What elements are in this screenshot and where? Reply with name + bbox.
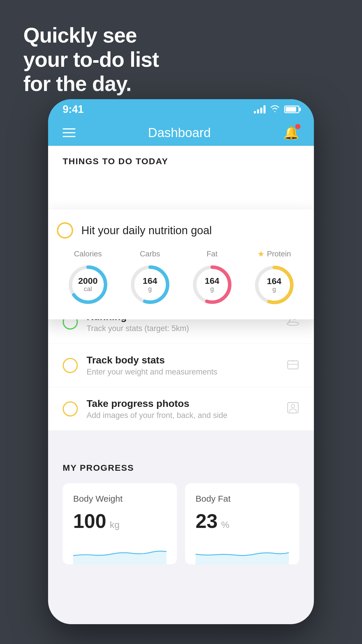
photos-title: Take progress photos (87, 398, 278, 409)
carbs-donut: 164 g (129, 263, 172, 306)
calories-value: 2000 cal (78, 276, 98, 293)
headline: Quickly see your to-do list for the day. (23, 23, 159, 96)
body-stats-title: Track body stats (87, 354, 278, 366)
scale-icon (287, 358, 299, 373)
body-stats-subtitle: Enter your weight and measurements (87, 368, 278, 377)
hamburger-menu[interactable] (63, 128, 75, 137)
nutrition-status-circle (57, 222, 73, 239)
section-header: THINGS TO DO TODAY (48, 146, 314, 172)
body-fat-number: 23 (196, 510, 218, 532)
status-time: 9:41 (63, 103, 84, 116)
nav-bar: Dashboard 🔔 (48, 120, 314, 146)
nutrition-protein: ★ Protein 164 g (253, 249, 296, 307)
section-spacer (48, 431, 314, 448)
nutrition-card: Hit your daily nutrition goal Calories (48, 209, 314, 319)
headline-line1: Quickly see (23, 23, 159, 48)
progress-title: MY PROGRESS (63, 463, 299, 473)
headline-line2: your to-do list (23, 48, 159, 72)
body-fat-value: 23 % (196, 510, 289, 532)
nutrition-card-title: Hit your daily nutrition goal (81, 224, 212, 237)
nutrition-circles: Calories 2000 cal (57, 249, 305, 307)
nutrition-fat: Fat 164 g (191, 249, 234, 306)
body-weight-card[interactable]: Body Weight 100 kg (63, 483, 177, 564)
scroll-content: THINGS TO DO TODAY Hit your daily nutrit… (48, 146, 314, 564)
progress-cards: Body Weight 100 kg Body Fat (63, 483, 299, 564)
phone-frame: 9:41 Da (48, 99, 314, 624)
body-weight-card-title: Body Weight (73, 494, 166, 504)
body-weight-value: 100 kg (73, 510, 166, 532)
fat-label: Fat (207, 249, 218, 258)
body-weight-chart (73, 541, 166, 564)
notification-dot (295, 124, 301, 129)
wifi-icon (270, 104, 280, 115)
protein-star-icon: ★ (257, 249, 265, 259)
todo-list: Running Track your stats (target: 5km) T… (48, 300, 314, 431)
svg-point-8 (287, 322, 299, 326)
status-icons (254, 104, 299, 115)
body-fat-card-title: Body Fat (196, 494, 289, 504)
body-fat-chart (196, 541, 289, 564)
protein-donut: 164 g (253, 263, 296, 307)
body-weight-unit: kg (110, 519, 120, 530)
body-stats-status-circle (63, 358, 78, 373)
headline-line3: for the day. (23, 72, 159, 96)
protein-value: 164 g (267, 277, 281, 293)
bell-icon[interactable]: 🔔 (283, 125, 299, 140)
person-icon (287, 401, 299, 417)
carbs-value: 164 g (143, 276, 157, 293)
body-weight-number: 100 (73, 510, 106, 532)
status-bar: 9:41 (48, 99, 314, 120)
fat-donut: 164 g (191, 263, 234, 306)
svg-rect-9 (288, 361, 298, 369)
body-fat-unit: % (221, 519, 229, 530)
svg-point-13 (291, 404, 295, 408)
progress-section: MY PROGRESS Body Weight 100 kg (48, 448, 314, 564)
photos-subtitle: Add images of your front, back, and side (87, 411, 278, 420)
carbs-label: Carbs (140, 249, 160, 258)
photos-text: Take progress photos Add images of your … (87, 398, 278, 420)
signal-icon (254, 105, 266, 113)
running-subtitle: Track your stats (target: 5km) (87, 324, 278, 333)
protein-label: ★ Protein (257, 249, 291, 259)
battery-icon (284, 106, 299, 113)
photos-status-circle (63, 401, 78, 416)
body-fat-card[interactable]: Body Fat 23 % (185, 483, 299, 564)
nav-title: Dashboard (148, 125, 211, 140)
nutrition-carbs: Carbs 164 g (129, 249, 172, 306)
nutrition-calories: Calories 2000 cal (66, 249, 110, 306)
todo-item-photos[interactable]: Take progress photos Add images of your … (48, 387, 314, 431)
todo-item-body-stats[interactable]: Track body stats Enter your weight and m… (48, 344, 314, 387)
calories-label: Calories (74, 249, 102, 258)
body-stats-text: Track body stats Enter your weight and m… (87, 354, 278, 377)
nutrition-card-header: Hit your daily nutrition goal (57, 222, 305, 239)
calories-donut: 2000 cal (66, 263, 110, 306)
fat-value: 164 g (205, 276, 219, 293)
